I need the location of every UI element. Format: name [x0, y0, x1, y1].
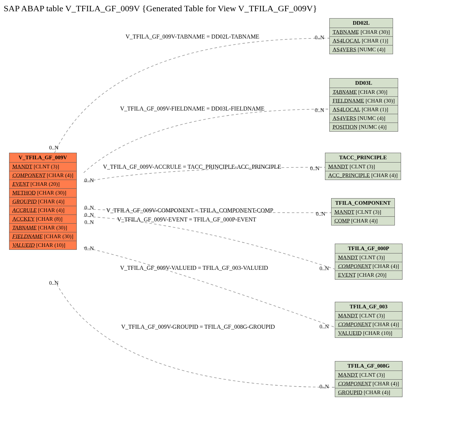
- relation-label: V_TFILA_GF_009V-TABNAME = DD02L-TABNAME: [126, 33, 259, 40]
- entity-header: DD02L: [330, 19, 393, 28]
- relation-label: V_TFILA_GF_009V-EVENT = TFILA_GF_000P-EV…: [117, 216, 256, 223]
- cardinality: 0..N: [315, 35, 324, 41]
- cardinality: 0..N: [84, 205, 94, 211]
- entity-field: COMPONENT [CHAR (4)]: [335, 262, 402, 271]
- entity-field: GROUPID [CHAR (4)]: [9, 197, 76, 206]
- entity-field: MANDT [CLNT (3)]: [332, 208, 394, 217]
- relation-label: V_TFILA_GF_009V-VALUEID = TFILA_GF_003-V…: [120, 265, 268, 271]
- entity-header: TFILA_GF_000P: [335, 244, 402, 253]
- entity-field: MANDT [CLNT (3)]: [335, 371, 402, 380]
- relation-label: V_TFILA_GF_009V-FIELDNAME = DD03L-FIELDN…: [120, 105, 265, 112]
- relation-label: V_TFILA_GF_009V-ACCRULE = TACC_PRINCIPLE…: [103, 164, 281, 170]
- entity-field: MANDT [CLNT (3)]: [335, 312, 402, 320]
- entity-field: AS4LOCAL [CHAR (1)]: [330, 105, 398, 114]
- entity-tfila-component: TFILA_COMPONENT MANDT [CLNT (3)]COMP [CH…: [331, 198, 395, 225]
- entity-field: AS4VERS [NUMC (4)]: [330, 45, 393, 54]
- relation-label: V_TFILA_GF_009V-GROUPID = TFILA_GF_008G-…: [121, 324, 275, 330]
- entity-field: FIELDNAME [CHAR (30)]: [330, 97, 398, 105]
- entity-header: TFILA_GF_003: [335, 302, 402, 312]
- cardinality: 0..N: [84, 219, 94, 225]
- entity-header: TACC_PRINCIPLE: [325, 153, 401, 163]
- entity-field: ACCRULE [CHAR (4)]: [9, 206, 76, 215]
- entity-header: V_TFILA_GF_009V: [9, 153, 76, 163]
- cardinality: 0..N: [320, 324, 329, 330]
- cardinality: 0..N: [84, 177, 94, 184]
- entity-field: VALUEID [CHAR (10)]: [335, 329, 402, 337]
- entity-field: ACCKEY [CHAR (8)]: [9, 215, 76, 224]
- cardinality: 0..N: [49, 145, 59, 151]
- entity-field: EVENT [CHAR (20)]: [9, 180, 76, 189]
- entity-field: TABNAME [CHAR (30)]: [330, 88, 398, 97]
- entity-tfila-gf-003: TFILA_GF_003 MANDT [CLNT (3)]COMPONENT […: [335, 302, 402, 338]
- entity-field: COMP [CHAR (4)]: [332, 217, 394, 225]
- entity-field: TABNAME [CHAR (30)]: [9, 224, 76, 232]
- cardinality: 0..N: [315, 107, 324, 113]
- entity-field: POSITION [NUMC (4)]: [330, 123, 398, 131]
- entity-tfila-gf-008g: TFILA_GF_008G MANDT [CLNT (3)]COMPONENT …: [335, 361, 402, 397]
- entity-field: MANDT [CLNT (3)]: [325, 163, 401, 171]
- entity-field: MANDT [CLNT (3)]: [9, 163, 76, 171]
- entity-field: VALUEID [CHAR (10)]: [9, 241, 76, 249]
- cardinality: 0..N: [320, 265, 329, 272]
- cardinality: 0..N: [84, 245, 94, 252]
- entity-dd02l: DD02L TABNAME [CHAR (30)]AS4LOCAL [CHAR …: [329, 18, 393, 54]
- entity-field: AS4LOCAL [CHAR (1)]: [330, 37, 393, 45]
- entity-field: ACC_PRINCIPLE [CHAR (4)]: [325, 171, 401, 180]
- entity-tfila-gf-000p: TFILA_GF_000P MANDT [CLNT (3)]COMPONENT …: [335, 244, 402, 280]
- entity-field: COMPONENT [CHAR (4)]: [335, 380, 402, 388]
- entity-field: AS4VERS [NUMC (4)]: [330, 114, 398, 123]
- entity-field: MANDT [CLNT (3)]: [335, 253, 402, 262]
- entity-field: FIELDNAME [CHAR (30)]: [9, 232, 76, 241]
- entity-field: COMPONENT [CHAR (4)]: [9, 171, 76, 180]
- entity-field: METHOD [CHAR (30)]: [9, 189, 76, 197]
- entity-header: TFILA_GF_008G: [335, 361, 402, 371]
- entity-field: EVENT [CHAR (20)]: [335, 271, 402, 279]
- entity-field: GROUPID [CHAR (4)]: [335, 388, 402, 397]
- entity-header: DD03L: [330, 79, 398, 88]
- relation-label: V_TFILA_GF_009V-COMPONENT = TFILA_COMPON…: [106, 207, 273, 214]
- entity-header: TFILA_COMPONENT: [332, 199, 394, 208]
- entity-primary: V_TFILA_GF_009V MANDT [CLNT (3)]COMPONEN…: [9, 153, 77, 250]
- cardinality: 0..N: [84, 212, 94, 218]
- page-title: SAP ABAP table V_TFILA_GF_009V {Generate…: [4, 4, 317, 13]
- cardinality: 0..N: [320, 384, 329, 390]
- entity-field: TABNAME [CHAR (30)]: [330, 28, 393, 37]
- entity-dd03l: DD03L TABNAME [CHAR (30)]FIELDNAME [CHAR…: [329, 78, 398, 132]
- entity-tacc-principle: TACC_PRINCIPLE MANDT [CLNT (3)]ACC_PRINC…: [325, 153, 401, 180]
- entity-field: COMPONENT [CHAR (4)]: [335, 320, 402, 329]
- cardinality: 0..N: [49, 280, 59, 286]
- cardinality: 0..N: [310, 165, 320, 172]
- cardinality: 0..N: [316, 211, 325, 217]
